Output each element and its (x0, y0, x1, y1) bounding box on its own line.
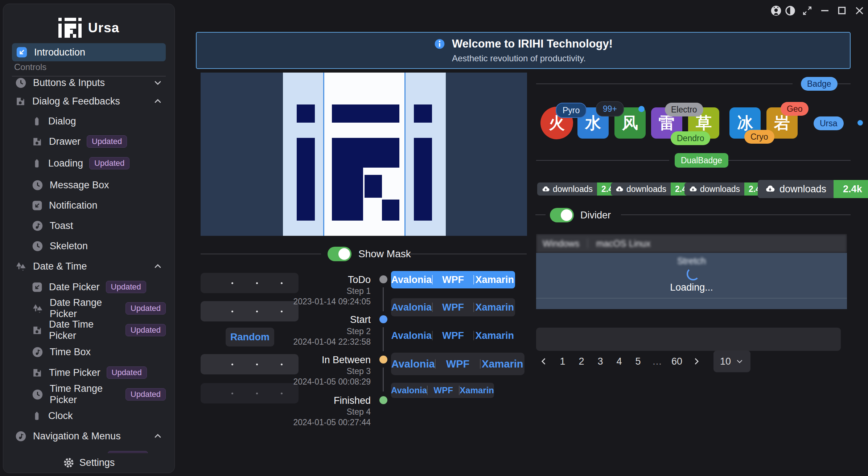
cloud-download-icon (615, 185, 624, 193)
sidebar-item-time-box[interactable]: Time Box (12, 343, 166, 361)
pagination-page[interactable]: 5 (633, 356, 643, 367)
divider-toggle[interactable] (550, 208, 574, 222)
badge-count: 99+ (596, 101, 624, 116)
random-button[interactable]: Random (226, 328, 274, 346)
avalonia-button[interactable]: Avalonia (391, 385, 427, 395)
cloud-download-icon (765, 184, 775, 194)
sidebar-group-date-time[interactable]: Date & Time (12, 258, 166, 275)
xamarin-button[interactable]: Xamarin (460, 385, 494, 395)
github-button[interactable] (770, 4, 782, 17)
pagination-prev-icon[interactable] (539, 357, 548, 366)
step-date: 2024-01-05 00:27:44 (276, 418, 371, 427)
sidebar-item-drawer[interactable]: Drawer Updated (12, 133, 166, 150)
sidebar-item-notification[interactable]: Notification (12, 197, 166, 214)
step-connector (383, 327, 384, 351)
xamarin-button[interactable]: Xamarin (481, 358, 524, 370)
text-box[interactable] (536, 328, 841, 351)
dualbadge-section-header: DualBadge (675, 153, 728, 168)
floppy-icon (32, 367, 43, 378)
wpf-button[interactable]: WPF (433, 302, 474, 313)
tab-macos-linux[interactable]: macOS Linux (596, 238, 650, 249)
clock-icon (32, 179, 44, 191)
banner-subtitle: Aesthetic revolution of productivity. (452, 53, 613, 63)
sidebar-item-dialog[interactable]: Dialog (12, 112, 166, 130)
tab-separator (587, 239, 588, 248)
sidebar-item-label: Message Box (50, 180, 109, 191)
sidebar-item-label: Date Range Picker (50, 297, 119, 320)
pagination-page[interactable]: 2 (577, 356, 586, 367)
pagination-page[interactable]: 1 (558, 356, 567, 367)
updated-badge: Updated (87, 135, 127, 148)
pagination-page[interactable]: 60 (671, 356, 682, 367)
tab-windows[interactable]: Windows (543, 238, 579, 249)
sidebar-group-navigation-menus[interactable]: Navigation & Menus (12, 427, 166, 445)
app-logo: Ursa (3, 18, 174, 38)
sidebar-item-time-range-picker[interactable]: Time Range Picker Updated (12, 386, 166, 403)
arrow-square-icon (32, 200, 43, 211)
chevron-up-icon (153, 96, 163, 106)
settings-button[interactable]: Settings (4, 453, 174, 472)
gear-icon (63, 457, 74, 468)
sidebar-item-label: Dialog & Feedbacks (32, 96, 120, 107)
xamarin-button[interactable]: Xamarin (474, 330, 515, 341)
sidebar-group-dialog-feedbacks[interactable]: Dialog & Feedbacks (12, 93, 166, 110)
sidebar-item-label: Dialog (48, 116, 76, 127)
pagination-ellipsis[interactable]: … (652, 356, 662, 367)
toggle-knob (561, 209, 572, 221)
loading-panel: Windows macOS Linux Stretch Loading... (536, 234, 847, 309)
wpf-button[interactable]: WPF (428, 385, 459, 395)
sidebar-item-date-range-picker[interactable]: Date Range Picker Updated (12, 300, 166, 317)
wpf-button[interactable]: WPF (433, 330, 474, 341)
sidebar-item-date-time-picker[interactable]: Date Time Picker Updated (12, 321, 166, 339)
badge-pyro: Pyro (556, 103, 587, 118)
show-mask-label: Show Mask (358, 248, 411, 260)
page-size-value: 10 (720, 356, 731, 367)
mask-guide-line (404, 73, 406, 236)
close-button[interactable] (853, 4, 865, 17)
pagination-next-icon[interactable] (692, 357, 701, 366)
sidebar-item-loading[interactable]: Loading Updated (12, 155, 166, 172)
sidebar-item-introduction[interactable]: Introduction (12, 43, 166, 61)
step-number: Step 3 (276, 366, 371, 376)
sidebar-item-label: Drawer (49, 136, 81, 147)
settings-label: Settings (79, 457, 115, 468)
maximize-button[interactable] (836, 4, 848, 17)
avalonia-button[interactable]: Avalonia (391, 274, 432, 286)
sidebar-item-date-picker[interactable]: Date Picker Updated (12, 278, 166, 296)
page-size-select[interactable]: 10 (713, 350, 750, 372)
avalonia-button[interactable]: Avalonia (391, 330, 432, 341)
sidebar-item-clock[interactable]: Clock (12, 407, 166, 424)
pagination-page[interactable]: 3 (596, 356, 605, 367)
xamarin-button[interactable]: Xamarin (474, 302, 515, 313)
floppy-icon (32, 136, 43, 147)
minimize-icon (819, 5, 830, 16)
show-mask-toggle[interactable] (328, 247, 351, 261)
divider-toggle-label: Divider (580, 210, 611, 221)
sidebar-item-time-picker[interactable]: Time Picker Updated (12, 364, 166, 381)
minimize-button[interactable] (819, 4, 831, 17)
avalonia-button[interactable]: Avalonia (391, 302, 432, 313)
sidebar-item-label: Time Picker (49, 367, 100, 378)
loading-label: Loading... (536, 282, 847, 293)
trees-icon (32, 303, 44, 315)
wpf-button[interactable]: WPF (433, 274, 474, 286)
theme-toggle-button[interactable] (784, 4, 796, 17)
sidebar-group-buttons-inputs[interactable]: Buttons & Inputs (12, 74, 166, 91)
downloads-label: downloads (779, 184, 826, 195)
wpf-button[interactable]: WPF (436, 358, 480, 370)
chevron-down-icon (735, 357, 744, 366)
sidebar-item-toast[interactable]: Toast (12, 217, 166, 234)
downloads-label: downloads (626, 184, 666, 194)
pagination-page[interactable]: 4 (614, 356, 624, 367)
updated-badge: Updated (106, 281, 146, 293)
step-number: Step 1 (276, 286, 371, 296)
sidebar-item-skeleton[interactable]: Skeleton (12, 237, 166, 255)
avalonia-button[interactable]: Avalonia (391, 358, 435, 370)
sidebar-section-label: Controls (14, 62, 46, 72)
loading-divider (536, 298, 847, 299)
cloud-download-icon (689, 185, 697, 193)
floppy-icon (32, 325, 43, 336)
fullscreen-button[interactable] (801, 4, 813, 17)
sidebar-item-message-box[interactable]: Message Box (12, 176, 166, 194)
xamarin-button[interactable]: Xamarin (474, 274, 515, 286)
